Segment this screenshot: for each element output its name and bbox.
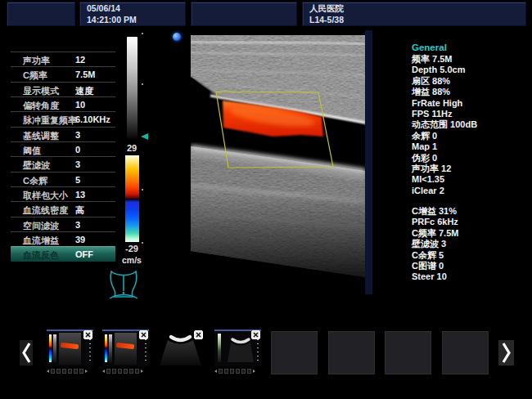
info-c-persistence: C余辉 5: [412, 250, 526, 261]
cine-frame-strip: [47, 368, 93, 374]
thumb-flow-blob: [61, 343, 79, 349]
param-row-c-frequency[interactable]: C频率7.5M: [11, 66, 115, 81]
thumbnail-prev-button[interactable]: [20, 340, 33, 365]
info-dynamic-range: 动态范围 100dB: [412, 119, 526, 130]
close-thumbnail-button[interactable]: [139, 330, 148, 339]
strip-left-arrow-icon: [47, 370, 49, 373]
thumb-graybar: [53, 334, 56, 362]
empty-thumbnail-slot: [328, 331, 375, 374]
probe-model: L14-5/38: [303, 15, 525, 25]
depth-tick: [142, 33, 143, 34]
close-icon: [195, 331, 202, 338]
velocity-max-label: 29: [119, 143, 145, 153]
close-thumbnail-button[interactable]: [194, 330, 203, 339]
param-row-c-persistence[interactable]: C余辉5: [11, 172, 115, 186]
focus-marker-icon: [141, 133, 148, 140]
param-row-flow-invert-selected[interactable]: 血流反色OFF: [11, 246, 115, 261]
close-icon: [140, 331, 147, 338]
param-row-packet-size[interactable]: 取样包大小13: [11, 186, 115, 201]
thumbnail-probe[interactable]: [157, 330, 204, 366]
param-row-baseline[interactable]: 基线调整3: [11, 127, 115, 141]
info-steer: Steer 10: [412, 271, 526, 282]
info-fps: FPS 11Hz: [412, 109, 526, 119]
info-gain: 增益 88%: [412, 87, 526, 97]
strip-right-arrow-icon: [253, 370, 255, 373]
close-icon: [84, 331, 92, 338]
time-text: 14:21:00 PM: [80, 15, 185, 25]
chevron-right-icon: [501, 340, 512, 365]
info-mi: MI<1.35: [412, 174, 526, 185]
thumbnail-doppler-2[interactable]: [102, 330, 149, 366]
strip-left-arrow-icon: [214, 370, 217, 373]
info-c-map: C图谱 0: [412, 261, 526, 271]
info-c-gain: C增益 31%: [412, 206, 526, 217]
patient-info-box: [7, 2, 75, 26]
param-row-acoustic-power[interactable]: 声功率12: [11, 52, 115, 66]
ultrasound-screen: 05/06/14 14:21:00 PM 人民医院 L14-5/38 声功率12…: [0, 0, 532, 399]
ultrasound-image[interactable]: [191, 30, 372, 294]
param-row-display-mode[interactable]: 显示模式速度: [11, 82, 115, 96]
info-chroma: 伪彩 0: [412, 153, 526, 164]
cine-frame-strip: [102, 368, 149, 374]
info-prfc: PRFc 6kHz: [412, 217, 526, 227]
thumb-image: [59, 333, 81, 365]
info-wall-filter: 壁滤波 3: [412, 239, 526, 249]
exam-info-box: [191, 2, 297, 26]
body-marker-icon: [108, 267, 139, 305]
info-iclear: iClear 2: [412, 186, 526, 196]
cine-frame-strip: [214, 368, 261, 374]
general-header: General: [412, 42, 526, 53]
param-row-line-density[interactable]: 血流线密度高: [11, 201, 115, 216]
info-persistence: 余辉 0: [412, 131, 526, 141]
param-row-wall-filter[interactable]: 壁滤波3: [11, 156, 115, 171]
depth-tick: [142, 189, 143, 191]
status-indicator-dot: [173, 33, 181, 41]
color-doppler-bar: [125, 155, 139, 242]
thumb-colorbar: [49, 334, 52, 362]
depth-tick: [142, 83, 143, 85]
strip-right-arrow-icon: [141, 370, 143, 373]
close-thumbnail-button[interactable]: [83, 330, 92, 339]
info-frequency: 频率 7.5M: [412, 54, 526, 65]
date-text: 05/06/14: [80, 3, 185, 14]
info-map: Map 1: [412, 141, 526, 152]
info-sector: 扇区 88%: [412, 76, 526, 87]
thumbnail-doppler-1[interactable]: [47, 330, 93, 366]
param-row-spatial-filter[interactable]: 空间滤波3: [11, 217, 115, 231]
param-row-color-gain[interactable]: 血流增益39: [11, 231, 115, 246]
thumbnail-next-button[interactable]: [498, 340, 514, 365]
chevron-left-icon: [21, 340, 32, 365]
empty-thumbnail-slot: [271, 331, 318, 374]
grayscale-bar: [127, 37, 138, 140]
strip-right-arrow-icon: [85, 370, 88, 373]
param-row-prf[interactable]: 脉冲重复频率6.10KHz: [11, 111, 115, 126]
datetime-box: 05/06/14 14:21:00 PM: [79, 2, 186, 26]
hospital-name: 人民医院: [303, 3, 525, 14]
thumbnail-mmode[interactable]: [214, 330, 261, 366]
color-info-panel: C增益 31% PRFc 6kHz C频率 7.5M 壁滤波 3 C余辉 5 C…: [412, 206, 526, 283]
empty-thumbnail-slot: [442, 331, 489, 374]
thumb-colorbar: [105, 334, 107, 362]
ultrasound-image-canvas: [191, 30, 372, 294]
info-depth: Depth 5.0cm: [412, 65, 526, 75]
strip-left-arrow-icon: [102, 370, 105, 373]
general-info-panel: General 频率 7.5M Depth 5.0cm 扇区 88% 增益 88…: [412, 42, 526, 196]
thumb-graybar: [109, 334, 112, 362]
velocity-min-label: -29: [119, 244, 145, 253]
close-icon: [252, 331, 259, 338]
param-row-threshold[interactable]: 阈值0: [11, 141, 115, 156]
close-thumbnail-button[interactable]: [251, 330, 260, 339]
parameter-panel: 声功率12 C频率7.5M 显示模式速度 偏转角度10 脉冲重复频率6.10KH…: [11, 52, 115, 262]
param-row-steer-angle[interactable]: 偏转角度10: [11, 96, 115, 111]
info-acoustic-power: 声功率 12: [412, 164, 526, 174]
thumb-image: [115, 333, 137, 365]
empty-thumbnail-slot: [385, 331, 431, 374]
info-c-frequency: C频率 7.5M: [412, 228, 526, 239]
velocity-unit-label: cm/s: [119, 255, 145, 265]
thumb-flow-blob: [116, 343, 135, 349]
hospital-probe-box: 人民医院 L14-5/38: [302, 2, 526, 26]
info-framerate: FrRate High: [412, 98, 526, 109]
